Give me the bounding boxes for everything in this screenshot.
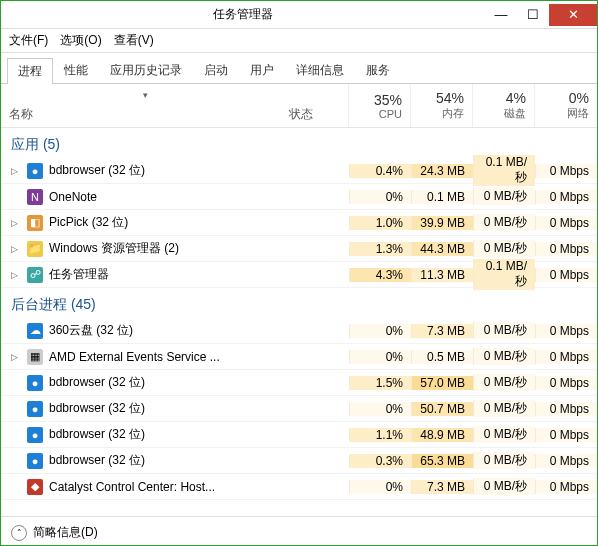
tab-6[interactable]: 服务 [355, 57, 401, 83]
menubar: 文件(F) 选项(O) 查看(V) [1, 29, 597, 53]
process-row[interactable]: ▷◧PicPick (32 位)1.0%39.9 MB0 MB/秒0 Mbps [1, 210, 597, 236]
tab-2[interactable]: 应用历史记录 [99, 57, 193, 83]
metric-disk: 0 MB/秒 [473, 214, 535, 231]
close-button[interactable]: ✕ [549, 4, 597, 26]
app-icon: ● [27, 163, 43, 179]
metric-mem: 0.5 MB [411, 350, 473, 364]
col-header-status[interactable]: 状态 [289, 84, 349, 127]
metric-cpu: 1.3% [349, 242, 411, 256]
group-header: 应用 (5) [1, 128, 597, 158]
col-header-metric-3[interactable]: 0%网络 [535, 84, 597, 127]
minimize-button[interactable]: — [485, 4, 517, 26]
expand-icon[interactable]: ▷ [11, 270, 21, 280]
app-icon: ● [27, 427, 43, 443]
app-icon: ☍ [27, 267, 43, 283]
tab-5[interactable]: 详细信息 [285, 57, 355, 83]
expand-icon[interactable]: ▷ [11, 244, 21, 254]
metric-mem: 7.3 MB [411, 480, 473, 494]
process-name: bdbrowser (32 位) [49, 426, 145, 443]
metric-disk: 0 MB/秒 [473, 478, 535, 495]
process-name: AMD External Events Service ... [49, 350, 220, 364]
metric-disk: 0 MB/秒 [473, 188, 535, 205]
metric-disk: 0 MB/秒 [473, 348, 535, 365]
metric-mem: 0.1 MB [411, 190, 473, 204]
app-icon: ☁ [27, 323, 43, 339]
metric-cpu: 1.5% [349, 376, 411, 390]
process-row[interactable]: ●bdbrowser (32 位)0.3%65.3 MB0 MB/秒0 Mbps [1, 448, 597, 474]
metric-net: 0 Mbps [535, 190, 597, 204]
metric-net: 0 Mbps [535, 428, 597, 442]
metric-mem: 57.0 MB [411, 376, 473, 390]
col-header-metric-2[interactable]: 4%磁盘 [473, 84, 535, 127]
window-controls: — ☐ ✕ [485, 4, 597, 26]
expand-icon[interactable]: ▷ [11, 218, 21, 228]
metric-disk: 0 MB/秒 [473, 374, 535, 391]
process-row[interactable]: NOneNote0%0.1 MB0 MB/秒0 Mbps [1, 184, 597, 210]
metric-disk: 0 MB/秒 [473, 322, 535, 339]
metric-net: 0 Mbps [535, 402, 597, 416]
metric-disk: 0 MB/秒 [473, 400, 535, 417]
tab-strip: 进程性能应用历史记录启动用户详细信息服务 [1, 53, 597, 84]
expand-icon[interactable]: ▷ [11, 352, 21, 362]
metric-cpu: 1.0% [349, 216, 411, 230]
metric-mem: 65.3 MB [411, 454, 473, 468]
metric-disk: 0.1 MB/秒 [473, 259, 535, 290]
process-name: 360云盘 (32 位) [49, 322, 133, 339]
process-row[interactable]: ◆Catalyst Control Center: Host...0%7.3 M… [1, 474, 597, 500]
process-row[interactable]: ●bdbrowser (32 位)1.5%57.0 MB0 MB/秒0 Mbps [1, 370, 597, 396]
process-name: Catalyst Control Center: Host... [49, 480, 215, 494]
process-name: bdbrowser (32 位) [49, 162, 145, 179]
menu-file[interactable]: 文件(F) [9, 32, 48, 49]
metric-mem: 50.7 MB [411, 402, 473, 416]
metric-disk: 0 MB/秒 [473, 240, 535, 257]
metric-mem: 7.3 MB [411, 324, 473, 338]
metric-net: 0 Mbps [535, 268, 597, 282]
app-icon: N [27, 189, 43, 205]
chevron-up-icon[interactable]: ˄ [11, 525, 27, 541]
process-name: bdbrowser (32 位) [49, 452, 145, 469]
metric-cpu: 4.3% [349, 268, 411, 282]
menu-options[interactable]: 选项(O) [60, 32, 101, 49]
process-name: OneNote [49, 190, 97, 204]
metric-net: 0 Mbps [535, 376, 597, 390]
process-name: Windows 资源管理器 (2) [49, 240, 179, 257]
process-row[interactable]: ●bdbrowser (32 位)1.1%48.9 MB0 MB/秒0 Mbps [1, 422, 597, 448]
fewer-details-link[interactable]: 简略信息(D) [33, 524, 98, 541]
menu-view[interactable]: 查看(V) [114, 32, 154, 49]
app-icon: ▦ [27, 349, 43, 365]
col-header-metric-0[interactable]: 35%CPU [349, 84, 411, 127]
metric-net: 0 Mbps [535, 324, 597, 338]
metric-cpu: 0% [349, 190, 411, 204]
process-row[interactable]: ▷☍任务管理器4.3%11.3 MB0.1 MB/秒0 Mbps [1, 262, 597, 288]
process-name: bdbrowser (32 位) [49, 400, 145, 417]
metric-net: 0 Mbps [535, 164, 597, 178]
tab-3[interactable]: 启动 [193, 57, 239, 83]
col-header-metric-1[interactable]: 54%内存 [411, 84, 473, 127]
metric-net: 0 Mbps [535, 216, 597, 230]
process-row[interactable]: ▷▦AMD External Events Service ...0%0.5 M… [1, 344, 597, 370]
col-header-name[interactable]: ▾ 名称 [1, 84, 289, 127]
app-icon: ◧ [27, 215, 43, 231]
app-icon: ● [27, 375, 43, 391]
metric-cpu: 0% [349, 480, 411, 494]
metric-mem: 48.9 MB [411, 428, 473, 442]
process-row[interactable]: ●bdbrowser (32 位)0%50.7 MB0 MB/秒0 Mbps [1, 396, 597, 422]
metric-net: 0 Mbps [535, 350, 597, 364]
metric-net: 0 Mbps [535, 480, 597, 494]
app-icon: ● [27, 453, 43, 469]
expand-icon[interactable]: ▷ [11, 166, 21, 176]
process-list[interactable]: 应用 (5)▷●bdbrowser (32 位)0.4%24.3 MB0.1 M… [1, 128, 597, 516]
metric-net: 0 Mbps [535, 242, 597, 256]
tab-0[interactable]: 进程 [7, 58, 53, 84]
app-icon: 📁 [27, 241, 43, 257]
tab-1[interactable]: 性能 [53, 57, 99, 83]
process-row[interactable]: ☁360云盘 (32 位)0%7.3 MB0 MB/秒0 Mbps [1, 318, 597, 344]
maximize-button[interactable]: ☐ [517, 4, 549, 26]
tab-4[interactable]: 用户 [239, 57, 285, 83]
process-row[interactable]: ▷●bdbrowser (32 位)0.4%24.3 MB0.1 MB/秒0 M… [1, 158, 597, 184]
metric-mem: 39.9 MB [411, 216, 473, 230]
app-icon: ● [27, 401, 43, 417]
metric-cpu: 0.4% [349, 164, 411, 178]
metric-net: 0 Mbps [535, 454, 597, 468]
metric-cpu: 0% [349, 402, 411, 416]
